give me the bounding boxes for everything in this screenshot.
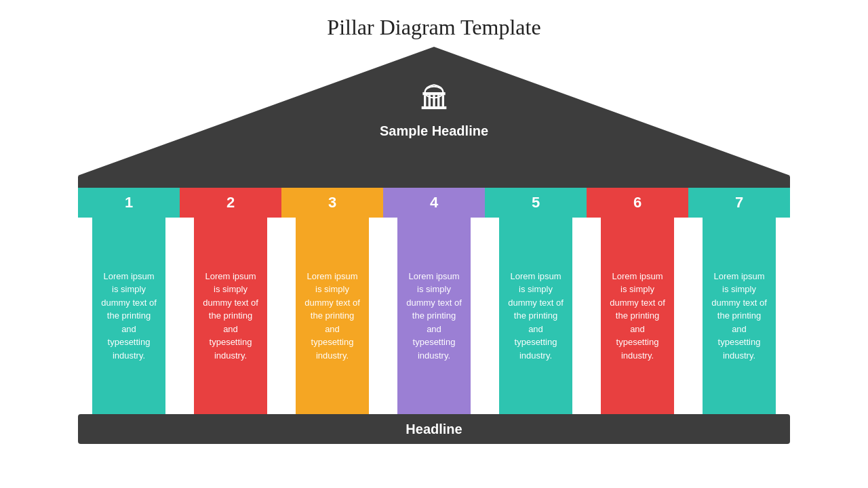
page-title: Pillar Diagram Template [0,0,868,47]
pillar-6: 6Lorem ipsum is simply dummy text of the… [587,188,688,414]
pillar-shaft-5: Lorem ipsum is simply dummy text of the … [499,218,572,414]
roof-headline: Sample Headline [380,123,488,139]
pillar-shaft-3: Lorem ipsum is simply dummy text of the … [296,218,369,414]
svg-rect-4 [433,95,435,106]
svg-rect-6 [442,95,444,106]
pillar-shaft-4: Lorem ipsum is simply dummy text of the … [397,218,471,414]
pillar-3: 3Lorem ipsum is simply dummy text of the… [281,188,383,414]
roof-wrapper: Sample Headline [78,47,790,176]
svg-rect-5 [437,95,439,106]
entablature-bar [78,176,790,188]
pillar-shaft-6: Lorem ipsum is simply dummy text of the … [601,218,674,414]
pillar-4: 4Lorem ipsum is simply dummy text of the… [383,188,485,414]
roof-content: Sample Headline [380,81,488,139]
svg-rect-7 [422,106,447,109]
pillar-shaft-2: Lorem ipsum is simply dummy text of the … [194,218,267,414]
pillar-capital-4: 4 [383,188,485,218]
svg-rect-1 [422,92,445,95]
svg-rect-3 [429,95,431,106]
pillar-capital-2: 2 [180,188,281,218]
pillar-shaft-7: Lorem ipsum is simply dummy text of the … [703,218,776,414]
pillar-capital-7: 7 [688,188,790,218]
pillar-capital-6: 6 [587,188,688,218]
pillar-5: 5Lorem ipsum is simply dummy text of the… [485,188,587,414]
pillar-capital-5: 5 [485,188,587,218]
diagram-container: Sample Headline 1Lorem ipsum is simply d… [0,47,868,444]
pillar-capital-3: 3 [281,188,383,218]
base-bar: Headline [78,414,790,444]
pillar-1: 1Lorem ipsum is simply dummy text of the… [78,188,180,414]
pillar-7: 7Lorem ipsum is simply dummy text of the… [688,188,790,414]
pillar-capital-1: 1 [78,188,180,218]
pillars-row: 1Lorem ipsum is simply dummy text of the… [78,188,790,414]
pillar-2: 2Lorem ipsum is simply dummy text of the… [180,188,281,414]
svg-rect-2 [424,95,426,106]
building-icon [417,81,451,121]
pillar-shaft-1: Lorem ipsum is simply dummy text of the … [92,218,165,414]
